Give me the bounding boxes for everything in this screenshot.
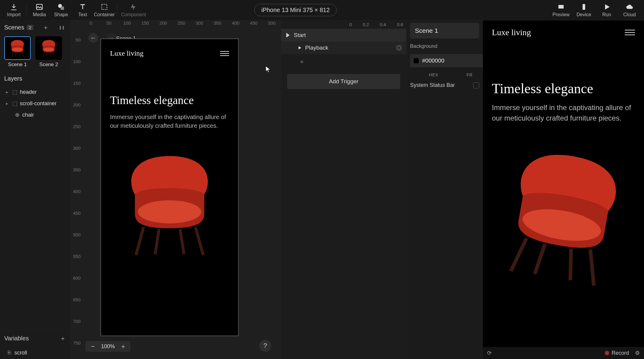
layer-chair[interactable]: ⊕ chair [0,109,70,121]
run-button[interactable]: Run [595,1,618,20]
device-button[interactable]: Device [572,1,595,20]
timeline-panel: 00.20.40.6 Start Playback ✕ ＋ Add Trigge… [281,20,406,359]
add-variable-button[interactable]: ＋ [60,334,66,342]
layer-scroll-container[interactable]: ▸⬚ scroll-container [0,98,70,109]
variable-scroll[interactable]: ⎘ scroll [0,347,70,359]
system-status-checkbox[interactable] [473,82,479,88]
container-icon: ⬚ [11,89,18,95]
add-trigger-button[interactable]: Add Trigger [287,74,400,89]
canvas-area[interactable]: 050100150200250300350400450500 501001502… [70,20,281,359]
preview-footer: ⟳ Record ⚙ [483,347,644,359]
scene-thumb-1[interactable]: Scene 1 [4,36,31,68]
device-frame[interactable]: Luxe living Timeless elegance Immerse yo… [100,38,239,336]
inspector-panel: Scene 1 Background ⇄ 100 HEX Fill System… [406,20,483,359]
scenes-count-badge: 2 [27,25,33,30]
import-button[interactable]: Import [3,1,25,20]
zoom-control: − 100% ＋ [85,341,130,352]
zoom-in-button[interactable]: ＋ [120,342,126,351]
preview-brand: Luxe living [492,28,531,37]
layers-header: Layers [0,72,70,85]
layer-header[interactable]: ▸⬚ header [0,86,70,98]
hamburger-icon[interactable] [220,50,229,57]
svg-rect-3 [61,6,64,10]
preview-hamburger-icon[interactable] [625,28,635,37]
preview-title: Timeless elegance [483,44,644,101]
timeline-playback-row[interactable]: Playback ✕ [281,41,406,54]
help-button[interactable]: ? [259,340,271,352]
timeline-ruler: 00.20.40.6 [281,20,406,29]
svg-rect-6 [583,4,585,10]
scene-settings-button[interactable]: ⫾⫾ [58,24,66,31]
variables-header: Variables ＋ [0,330,70,347]
top-toolbar: Import Media Shape Text Container Compon… [0,0,644,20]
canvas-size-select[interactable]: iPhone 13 Mini 375 × 812 [254,4,336,16]
chair-image[interactable] [101,151,238,257]
zoom-out-button[interactable]: − [90,343,96,350]
text-button[interactable]: Text [72,1,94,20]
hero-title: Timeless elegance [101,60,238,110]
svg-rect-4 [102,4,107,9]
container-button[interactable]: Container [94,1,115,20]
preview-chair-image [473,136,644,294]
left-panel: Scenes 2 ＋ ⫾⫾ Scene 1 Scene 2 Layers ▸⬚ … [0,20,70,359]
component-button[interactable]: Component [119,1,148,20]
variable-icon: ⎘ [6,350,13,356]
svg-rect-5 [558,5,563,8]
brand-text: Luxe living [110,49,143,57]
zoom-value[interactable]: 100% [101,343,115,350]
ruler-vertical: 5010015020025030035040045050055060065070… [70,29,82,359]
timeline-start-row[interactable]: Start [281,29,406,41]
system-status-row: System Status Bar [410,82,479,88]
remove-action-button[interactable]: ✕ [396,45,402,51]
live-preview: Luxe living Timeless elegance Immerse yo… [483,20,644,359]
ruler-horizontal: 050100150200250300350400450500 [82,20,281,29]
color-swatch[interactable] [413,58,419,64]
scene-thumb-2[interactable]: Scene 2 [35,36,62,68]
record-button[interactable]: Record [605,350,629,356]
hero-subtitle: Immerse yourself in the captivating allu… [101,110,238,133]
timeline-add-action[interactable]: ＋ [281,54,406,69]
nav-back-button[interactable]: ← [88,33,98,43]
record-icon [605,351,609,355]
preview-button[interactable]: Preview [550,1,572,20]
scene-name-field[interactable]: Scene 1 [410,23,479,38]
globe-icon: ⊕ [14,112,20,118]
container-icon: ⬚ [11,100,18,107]
refresh-button[interactable]: ⟳ [487,350,492,356]
preview-settings-button[interactable]: ⚙ [635,350,640,356]
cloud-button[interactable]: Cloud [618,1,641,20]
media-button[interactable]: Media [29,1,50,20]
background-label: Background [410,43,479,49]
preview-subtitle: Immerse yourself in the captivating allu… [483,101,644,125]
shape-button[interactable]: Shape [50,1,72,20]
